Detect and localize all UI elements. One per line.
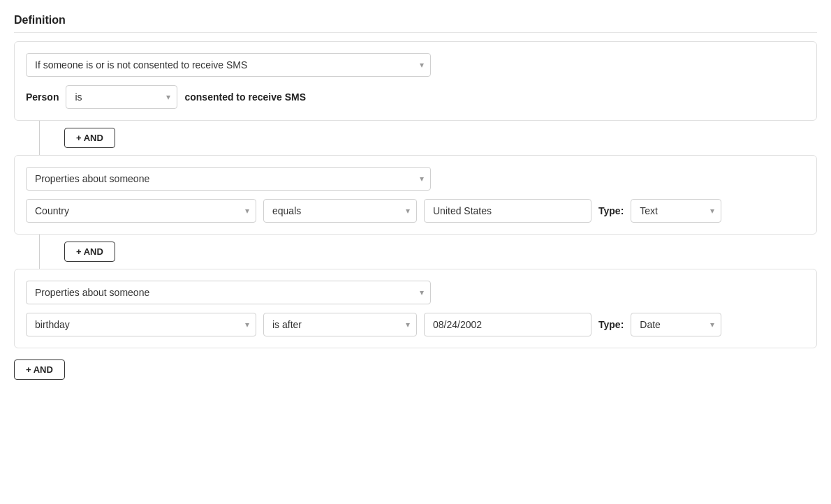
value-input-3[interactable] bbox=[424, 313, 591, 336]
condition-block-3: Properties about someone ▾ birthday ▾ is… bbox=[14, 269, 817, 348]
type-label-3: Type: bbox=[598, 319, 624, 330]
and-row-2: + AND bbox=[64, 235, 115, 269]
main-select-3[interactable]: Properties about someone bbox=[26, 281, 431, 304]
person-label: Person bbox=[26, 91, 59, 103]
property-select-wrapper-3[interactable]: birthday ▾ bbox=[26, 313, 256, 336]
property-select-3[interactable]: birthday bbox=[26, 313, 256, 336]
condition-select-wrapper-3[interactable]: is after ▾ bbox=[263, 313, 417, 336]
and-row-1: + AND bbox=[64, 121, 115, 155]
and-button-3[interactable]: + AND bbox=[14, 360, 65, 380]
connector-line-2 bbox=[14, 235, 64, 269]
definition-section: Definition If someone is or is not conse… bbox=[14, 14, 817, 380]
type-label-2: Type: bbox=[598, 205, 624, 216]
and-connector-2: + AND bbox=[14, 235, 817, 269]
type-select-3[interactable]: Date bbox=[631, 313, 721, 336]
condition-block-2: Properties about someone ▾ Country ▾ equ… bbox=[14, 155, 817, 235]
and-row-3: + AND bbox=[14, 360, 817, 380]
and-button-1[interactable]: + AND bbox=[64, 128, 115, 148]
condition-select-3[interactable]: is after bbox=[263, 313, 417, 336]
type-select-wrapper-3[interactable]: Date ▾ bbox=[631, 313, 721, 336]
condition3-row: birthday ▾ is after ▾ Type: Date ▾ bbox=[26, 313, 805, 336]
is-select[interactable]: is bbox=[66, 85, 177, 109]
main-select-1[interactable]: If someone is or is not consented to rec… bbox=[26, 53, 431, 77]
property-select-2[interactable]: Country bbox=[26, 199, 256, 223]
person-row: Person is ▾ consented to receive SMS bbox=[26, 85, 805, 109]
main-select-wrapper-3[interactable]: Properties about someone ▾ bbox=[26, 281, 431, 304]
consent-label: consented to receive SMS bbox=[184, 91, 306, 103]
condition-select-2[interactable]: equals bbox=[263, 199, 417, 223]
property-select-wrapper-2[interactable]: Country ▾ bbox=[26, 199, 256, 223]
type-select-wrapper-2[interactable]: Text ▾ bbox=[631, 199, 721, 223]
main-select-wrapper-1[interactable]: If someone is or is not consented to rec… bbox=[26, 53, 431, 77]
main-select-wrapper-2[interactable]: Properties about someone ▾ bbox=[26, 167, 431, 191]
value-input-2[interactable] bbox=[424, 199, 591, 223]
connector-line-1 bbox=[14, 121, 64, 155]
and-connector-1: + AND bbox=[14, 121, 817, 155]
condition-block-1: If someone is or is not consented to rec… bbox=[14, 41, 817, 121]
type-select-2[interactable]: Text bbox=[631, 199, 721, 223]
section-title: Definition bbox=[14, 14, 817, 33]
condition-select-wrapper-2[interactable]: equals ▾ bbox=[263, 199, 417, 223]
condition2-row: Country ▾ equals ▾ Type: Text ▾ bbox=[26, 199, 805, 223]
main-select-2[interactable]: Properties about someone bbox=[26, 167, 431, 191]
is-select-wrapper[interactable]: is ▾ bbox=[66, 85, 177, 109]
and-button-2[interactable]: + AND bbox=[64, 242, 115, 262]
